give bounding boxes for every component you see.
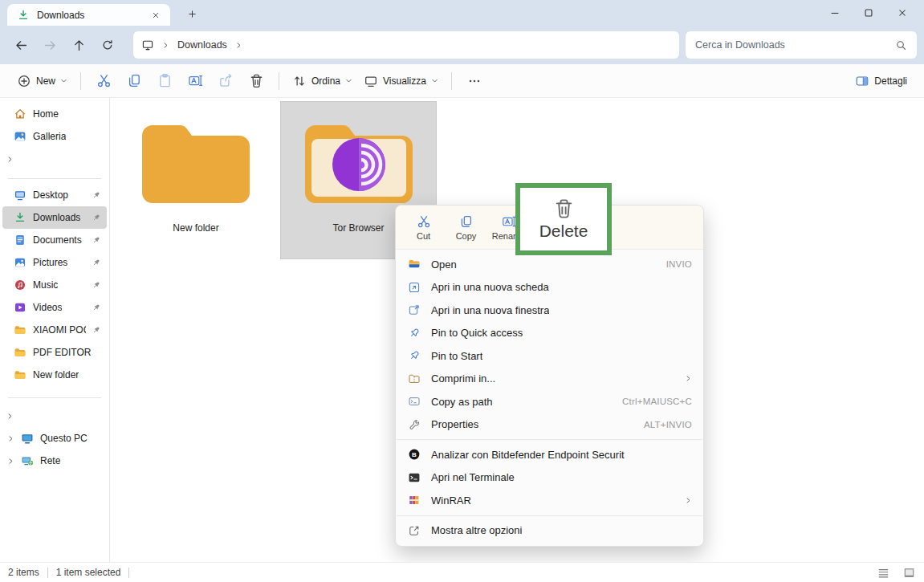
cut-quick-button[interactable]: Cut bbox=[402, 208, 445, 246]
forward-button[interactable] bbox=[35, 31, 64, 59]
chevron-right-icon bbox=[7, 435, 14, 442]
sidebar-item-new-folder[interactable]: New folder bbox=[2, 364, 107, 386]
menu-item-pin-to-start[interactable]: Pin to Start bbox=[400, 344, 699, 368]
delete-highlight-annotation[interactable]: Delete bbox=[515, 183, 612, 255]
chevron-right-icon bbox=[7, 458, 14, 465]
menu-item-copy-as-path[interactable]: Copy as path Ctrl+MAIUSC+C bbox=[400, 390, 699, 413]
maximize-icon bbox=[863, 7, 874, 18]
sidebar-expand-chevron[interactable] bbox=[0, 405, 109, 427]
large-icons-view-button[interactable] bbox=[902, 565, 916, 580]
more-options-button[interactable] bbox=[459, 69, 490, 93]
close-button[interactable] bbox=[885, 0, 919, 26]
back-button[interactable] bbox=[6, 31, 35, 59]
show-more-icon bbox=[408, 524, 421, 537]
explorer-tab-downloads[interactable]: Downloads bbox=[7, 4, 170, 26]
music-icon bbox=[14, 279, 26, 291]
zip-folder-icon bbox=[408, 372, 421, 385]
cut-icon bbox=[96, 73, 112, 88]
chevron-right-icon bbox=[162, 42, 169, 49]
plus-icon bbox=[187, 9, 197, 19]
address-bar[interactable]: Downloads bbox=[133, 31, 679, 59]
rename-icon bbox=[502, 214, 516, 229]
search-input[interactable] bbox=[695, 39, 895, 51]
menu-item-bitdefender-scan[interactable]: Analizar con Bitdefender Endpoint Securi… bbox=[400, 443, 699, 466]
up-button[interactable] bbox=[64, 31, 93, 59]
sidebar-item-this-pc[interactable]: Questo PC bbox=[2, 427, 107, 450]
minimize-button[interactable] bbox=[818, 0, 852, 26]
breadcrumb-downloads[interactable]: Downloads bbox=[177, 39, 227, 51]
menu-divider bbox=[397, 515, 702, 516]
chevron-down-icon bbox=[60, 77, 67, 84]
pin-icon bbox=[92, 191, 100, 199]
toolbar-divider bbox=[451, 72, 452, 90]
maximize-button[interactable] bbox=[852, 0, 885, 26]
cut-button[interactable] bbox=[88, 69, 119, 93]
sidebar-item-desktop[interactable]: Desktop bbox=[2, 184, 107, 206]
sidebar-item-pictures[interactable]: Pictures bbox=[2, 251, 107, 274]
menu-item-open-new-window[interactable]: Apri in una nuova finestra bbox=[400, 299, 699, 322]
share-button[interactable] bbox=[210, 69, 241, 93]
open-folder-icon bbox=[408, 258, 421, 271]
new-tab-button[interactable] bbox=[181, 3, 202, 24]
menu-item-compress[interactable]: Comprimi in... bbox=[400, 368, 699, 391]
copy-path-icon bbox=[408, 395, 421, 408]
sidebar-item-gallery[interactable]: Galleria bbox=[2, 125, 107, 148]
menu-item-show-more-options[interactable]: Mostra altre opzioni bbox=[400, 519, 699, 543]
tab-close-button[interactable] bbox=[148, 7, 164, 23]
folder-icon bbox=[14, 368, 26, 381]
up-arrow-icon bbox=[72, 39, 86, 52]
search-icon bbox=[895, 39, 907, 51]
videos-icon bbox=[14, 301, 26, 314]
downloads-icon bbox=[14, 211, 26, 224]
paste-icon bbox=[157, 73, 173, 88]
file-list-area: New folder Tor Browser Cut Copy bbox=[110, 98, 924, 562]
pin-icon bbox=[408, 349, 421, 362]
new-button[interactable]: New bbox=[11, 70, 73, 92]
menu-item-properties[interactable]: Properties ALT+INVIO bbox=[400, 413, 699, 437]
tor-browser-folder-icon bbox=[299, 116, 419, 211]
copy-icon bbox=[127, 73, 142, 88]
paste-button[interactable] bbox=[149, 69, 180, 93]
menu-item-open-new-tab[interactable]: Apri in una nuova scheda bbox=[400, 276, 699, 299]
chevron-right-icon bbox=[6, 156, 14, 163]
details-pane-button[interactable]: Dettagli bbox=[849, 70, 913, 92]
sidebar-divider bbox=[8, 178, 101, 179]
menu-item-open-terminal[interactable]: Apri nel Terminale bbox=[400, 466, 699, 490]
toolbar-divider bbox=[279, 72, 279, 90]
rename-button[interactable] bbox=[180, 69, 210, 93]
download-tab-icon bbox=[17, 9, 30, 22]
sidebar-item-network[interactable]: Rete bbox=[2, 450, 107, 472]
search-box[interactable] bbox=[686, 31, 917, 59]
file-name: New folder bbox=[173, 222, 218, 234]
refresh-button[interactable] bbox=[93, 31, 122, 59]
sidebar-expand-chevron[interactable] bbox=[0, 148, 109, 170]
pin-icon bbox=[92, 236, 100, 244]
details-view-button[interactable] bbox=[876, 565, 890, 580]
documents-icon bbox=[14, 234, 26, 246]
menu-item-open[interactable]: Open INVIO bbox=[400, 253, 699, 276]
file-tile-new-folder[interactable]: New folder bbox=[128, 102, 264, 258]
sidebar-item-downloads[interactable]: Downloads bbox=[2, 206, 107, 229]
sidebar-item-xiaomi-poco[interactable]: XIAOMI POCO F bbox=[2, 319, 107, 341]
trash-icon bbox=[553, 197, 575, 219]
copy-quick-button[interactable]: Copy bbox=[445, 208, 487, 246]
view-button[interactable]: Visualizza bbox=[358, 70, 444, 92]
new-plus-icon bbox=[17, 74, 31, 88]
sidebar-item-pdf-editor[interactable]: PDF EDITOR bbox=[2, 341, 107, 364]
delete-button[interactable] bbox=[241, 69, 271, 93]
sidebar-item-music[interactable]: Music bbox=[2, 274, 107, 296]
titlebar: Downloads bbox=[0, 0, 924, 26]
chevron-right-icon bbox=[6, 413, 14, 420]
menu-item-pin-quick-access[interactable]: Pin to Quick access bbox=[400, 322, 699, 345]
sort-button[interactable]: Ordina bbox=[287, 70, 358, 92]
copy-button[interactable] bbox=[119, 69, 149, 93]
sidebar-item-documents[interactable]: Documents bbox=[2, 229, 107, 251]
details-button-label: Dettagli bbox=[874, 75, 907, 87]
sidebar-item-videos[interactable]: Videos bbox=[2, 296, 107, 319]
cut-icon bbox=[417, 214, 431, 229]
statusbar-divider bbox=[128, 568, 129, 578]
this-pc-icon bbox=[21, 432, 34, 445]
menu-item-winrar[interactable]: WinRAR bbox=[400, 489, 699, 512]
rename-icon bbox=[188, 73, 203, 88]
sidebar-item-home[interactable]: Home bbox=[2, 103, 107, 125]
